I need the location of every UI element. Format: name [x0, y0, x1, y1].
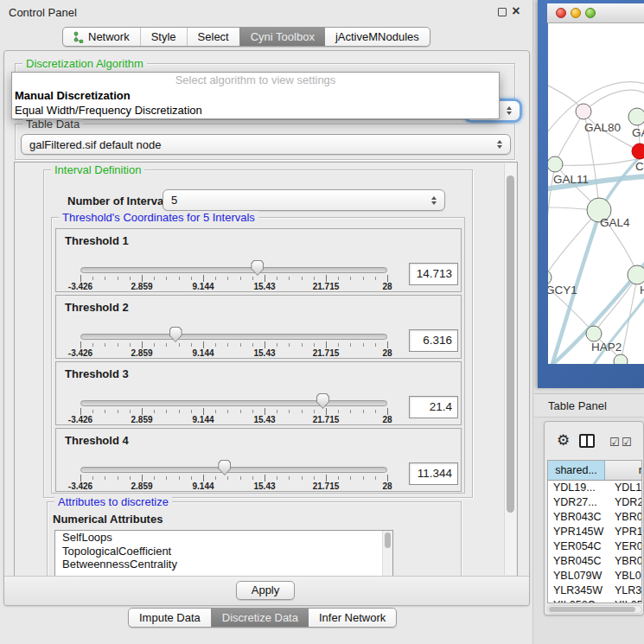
cell-name: YLR34	[605, 583, 642, 598]
tab-label: Discretize Data	[222, 611, 298, 624]
attribute-list-item[interactable]: BetweennessCentrality	[55, 558, 392, 571]
cell-name: YER05	[605, 539, 642, 554]
network-edge	[596, 277, 636, 331]
network-edge	[556, 112, 583, 163]
network-node[interactable]	[576, 104, 591, 119]
network-canvas[interactable]: GAL80GACGAL11GAL4GCY1HHAP2	[548, 23, 644, 364]
slider-track[interactable]	[80, 400, 387, 406]
list-scrollbar[interactable]	[382, 531, 392, 577]
close-icon[interactable]: ×	[510, 3, 522, 20]
vertical-scrollbar-thumb[interactable]	[507, 175, 514, 513]
attribute-list-item[interactable]: SelfLoops	[55, 531, 392, 545]
attribute-list-item[interactable]: TopologicalCoefficient	[55, 545, 392, 558]
slider-track[interactable]	[80, 267, 387, 273]
threshold-label: Threshold 4	[65, 434, 129, 447]
window-title: Control Panel	[9, 6, 77, 19]
tab-label: Select	[198, 30, 229, 43]
spinner-arrows-icon	[431, 196, 437, 205]
network-node[interactable]	[628, 265, 644, 284]
cell-shared-name: YBR045C	[548, 554, 605, 569]
table-row[interactable]: YER054CYER05	[548, 539, 642, 554]
table-row[interactable]: YBL079WYBL07	[548, 569, 642, 583]
threshold-value-field[interactable]: 21.4	[409, 396, 458, 418]
number-of-intervals-label: Number of Intervals	[67, 194, 173, 207]
cell-name: YIL05	[605, 598, 642, 603]
tab-label: Network	[88, 30, 130, 43]
cyni-toolbox-panel: Discretization Algorithm Select algorith…	[3, 50, 530, 606]
slider-thumb[interactable]	[316, 393, 329, 409]
cell-name: YDL19	[605, 481, 642, 495]
threshold-value-field[interactable]: 6.316	[409, 329, 458, 352]
tab-network[interactable]: Network	[63, 28, 140, 46]
network-window-titlebar	[547, 3, 644, 23]
cell-name: YPR14	[605, 525, 642, 539]
table-toolbar: ⚙ ☑ ☑	[545, 422, 643, 460]
numerical-attributes-list[interactable]: SelfLoopsTopologicalCoefficientBetweenne…	[54, 530, 393, 577]
tab-select[interactable]: Select	[187, 28, 239, 46]
tab-discretize-data[interactable]: Discretize Data	[211, 609, 309, 627]
combo-arrows-icon	[497, 140, 502, 149]
split-columns-icon[interactable]	[579, 434, 595, 448]
thresholds-group: Threshold's Coordinates for 5 Intervals …	[51, 217, 465, 494]
table-row[interactable]: YLR345WYLR34	[548, 583, 642, 598]
list-scrollbar-thumb[interactable]	[385, 532, 391, 548]
network-node[interactable]	[548, 156, 563, 172]
zoom-traffic-light-icon[interactable]	[585, 8, 596, 18]
table-row[interactable]: YPR145WYPR14	[548, 525, 642, 539]
checkbox-checked-icon[interactable]: ☑	[622, 436, 632, 449]
network-node[interactable]	[628, 108, 644, 125]
float-window-icon[interactable]	[498, 8, 507, 16]
number-of-intervals-spinner[interactable]: 5	[163, 189, 445, 211]
horizontal-scrollbar-thumb[interactable]	[549, 607, 635, 612]
numerical-attributes-label: Numerical Attributes	[53, 513, 163, 526]
network-node-label: HAP2	[591, 341, 622, 354]
cell-shared-name: YBR043C	[548, 510, 605, 525]
table-row[interactable]: YDL19...YDL19	[548, 481, 642, 495]
tab-infer-network[interactable]: Infer Network	[309, 609, 396, 627]
table-row[interactable]: YDR27...YDR27	[548, 495, 642, 510]
table-data-combobox[interactable]: galFiltered.sif default node	[21, 134, 511, 155]
table-row[interactable]: YBR045CYBR04	[548, 554, 642, 569]
slider-tick-labels: -3.4262.8599.14415.4321.71528	[80, 282, 387, 292]
table-panel-header: Table Panel	[534, 393, 644, 418]
close-traffic-light-icon[interactable]	[556, 8, 566, 18]
gear-icon[interactable]: ⚙	[557, 431, 570, 450]
tab-label: Style	[151, 30, 176, 43]
tab-style[interactable]: Style	[140, 28, 187, 46]
table-header-row: shared... name	[548, 461, 642, 481]
cell-name: YBR04	[605, 554, 642, 569]
column-header-shared-name[interactable]: shared...	[548, 461, 605, 480]
cell-name: YBR04	[605, 510, 642, 525]
apply-button[interactable]: Apply	[236, 581, 295, 600]
checkbox-checked-icon[interactable]: ☑	[609, 436, 620, 449]
tab-cyni-toolbox[interactable]: Cyni Toolbox	[239, 28, 325, 46]
horizontal-scrollbar[interactable]	[547, 605, 642, 614]
tab-impute-data[interactable]: Impute Data	[129, 609, 211, 627]
network-node-label: GAL80	[584, 121, 621, 134]
threshold-value-field[interactable]: 11.344	[409, 462, 458, 485]
slider-thumb[interactable]	[251, 260, 264, 276]
column-header-name[interactable]: name	[605, 461, 642, 480]
interval-definition-group: Interval Definition Number of Intervals …	[43, 169, 473, 498]
top-tab-bar: NetworkStyleSelectCyni ToolboxjActiveMNo…	[62, 27, 430, 47]
cell-shared-name: YER054C	[548, 539, 605, 554]
slider-thumb[interactable]	[169, 327, 182, 342]
minimize-traffic-light-icon[interactable]	[571, 8, 581, 18]
network-node[interactable]	[614, 354, 628, 364]
threshold-value-field[interactable]: 14.713	[409, 263, 458, 285]
thresholds-group-title: Threshold's Coordinates for 5 Intervals	[59, 211, 258, 224]
slider-track[interactable]	[80, 334, 387, 340]
cell-shared-name: YDL19...	[548, 481, 605, 495]
network-node[interactable]	[586, 326, 602, 341]
algorithm-option-equal-width-frequency-discretization[interactable]: Equal Width/Frequency Discretization	[12, 103, 499, 118]
vertical-scrollbar[interactable]	[504, 163, 516, 575]
slider-thumb[interactable]	[218, 460, 231, 475]
attributes-group: Attributes to discretize Numerical Attri…	[47, 501, 462, 577]
table-row[interactable]: YIL052CYIL05	[548, 598, 642, 603]
tab-jactivemnodules[interactable]: jActiveMNodules	[325, 28, 430, 46]
tab-label: Cyni Toolbox	[251, 30, 315, 43]
algorithm-option-manual-discretization[interactable]: Manual Discretization	[12, 88, 499, 103]
network-node[interactable]	[632, 143, 644, 159]
table-row[interactable]: YBR043CYBR04	[548, 510, 642, 525]
slider-track[interactable]	[80, 467, 387, 473]
